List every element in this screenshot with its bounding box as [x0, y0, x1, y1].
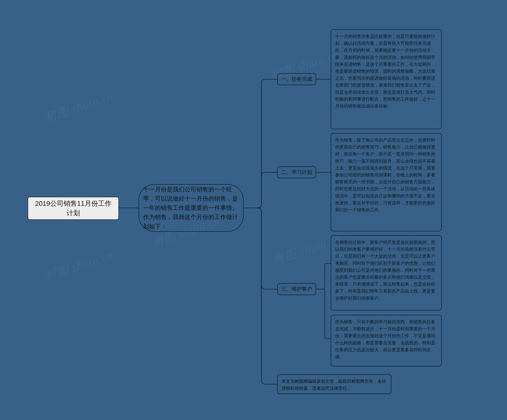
- leaf-study-plan-detail[interactable]: 作为销售，除了将公司的产品卖出去之外，也要时时的更新自己的销售技巧，销售能力，让…: [331, 133, 442, 231]
- leaf-text: 本文为树图网编辑原创文章，版权归树图网所有，未经授权杜绝转载，违者追究法律责任。: [282, 378, 387, 392]
- watermark: 树图 shutu.cn: [43, 89, 115, 126]
- root-title: 2019公司销售11月份工作计划: [32, 199, 114, 218]
- watermark: 树图 shutu.cn: [43, 247, 115, 284]
- leaf-maintain-customer-2[interactable]: 作为销售，只有不断的学习新的东西，把销售的任务去完成，才能有进步，十一月份是特别…: [331, 315, 442, 366]
- leaf-text: 作为销售，除了将公司的产品卖出去之外，也要时时的更新自己的销售技巧，销售能力，让…: [335, 137, 437, 213]
- branch-task-complete[interactable]: 一、任务完成: [277, 73, 316, 85]
- branch-label: 一、任务完成: [281, 76, 312, 83]
- leaf-text: 作为销售，只有不断的学习新的东西，把销售的任务去完成，才能有进步，十一月份是特别…: [335, 318, 437, 360]
- branch-study-plan[interactable]: 二、学习计划: [277, 166, 316, 178]
- leaf-task-complete-detail[interactable]: 十一月的销售任务是比较重的，但是只要提前做好计划，确认好活动方案，还是有很大可能…: [331, 29, 442, 129]
- leaf-text: 十一月的销售任务是比较重的，但是只要提前做好计划，确认好活动方案，还是有很大可能…: [335, 33, 437, 110]
- leaf-text: 在销售的过程中，新客户的开发是会比较困难的，所以我们的老客户要维护好，十一月份虽…: [335, 239, 437, 301]
- branch-label: 三、维护客户: [281, 286, 312, 293]
- intro-text: 十一月份是我们公司销售的一个旺季，可以说做好十一月份的销售，是一年的销售工作最重…: [143, 185, 239, 231]
- leaf-maintain-customer-1[interactable]: 在销售的过程中，新客户的开发是会比较困难的，所以我们的老客户要维护好，十一月份虽…: [331, 235, 442, 310]
- root-node[interactable]: 2019公司销售11月份工作计划: [28, 197, 119, 220]
- branch-footer-note[interactable]: 本文为树图网编辑原创文章，版权归树图网所有，未经授权杜绝转载，违者追究法律责任。: [277, 374, 391, 394]
- branch-maintain-customer[interactable]: 三、维护客户: [277, 283, 316, 295]
- intro-node[interactable]: 十一月份是我们公司销售的一个旺季，可以说做好十一月份的销售，是一年的销售工作最重…: [139, 184, 244, 232]
- branch-label: 二、学习计划: [281, 169, 312, 176]
